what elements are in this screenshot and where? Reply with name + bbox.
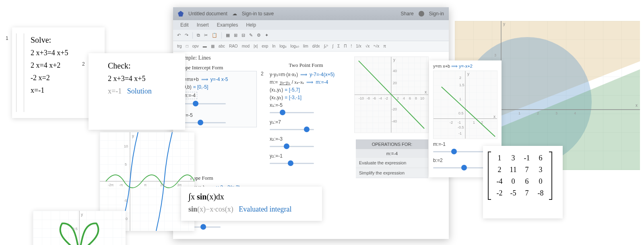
remove-icon[interactable]: ⊟ xyxy=(242,33,245,38)
matrix-cell: 2 xyxy=(495,166,504,174)
x-axis-label: x xyxy=(425,90,427,94)
tb-abs[interactable]: |x| xyxy=(254,44,258,48)
tb-nroot[interactable]: ⁿ√x xyxy=(374,44,379,48)
undo-icon[interactable]: ↶ xyxy=(177,33,181,38)
integral-result: sin(x)−x·cos(x) xyxy=(188,205,233,213)
integral-card: ∫x sin(x)dx sin(x)−x·cos(x) Evaluated in… xyxy=(181,187,322,221)
y-axis-label: y xyxy=(81,212,83,217)
matrix-cell: -1 xyxy=(522,154,531,162)
copy-icon[interactable]: ⧉ xyxy=(197,33,200,38)
check-card: 2 Check: 2 x+3=4 x+5 x=-1 Solution xyxy=(89,53,185,130)
tb-sqrt[interactable]: √x xyxy=(365,44,370,48)
b-slider[interactable] xyxy=(182,120,226,126)
tb-matrix[interactable]: ▦ xyxy=(211,44,215,48)
cut-icon[interactable]: ✂ xyxy=(204,33,208,38)
mxb-b-slider[interactable] xyxy=(433,165,489,171)
ops-simplify[interactable]: Simplify the expression xyxy=(356,168,428,178)
matrix-left-bracket xyxy=(488,152,491,200)
tp-y1: y₁:=7 xyxy=(270,119,281,125)
paste-icon[interactable]: 📋 xyxy=(212,33,217,38)
check-var: x=-1 xyxy=(108,87,122,95)
menu-insert[interactable]: Insert xyxy=(197,22,209,28)
tb-rao[interactable]: RAO xyxy=(229,44,238,48)
tb-prod[interactable]: Π xyxy=(344,44,347,48)
tp-p2: (x₂,y₂) xyxy=(270,95,283,100)
x1-slider[interactable] xyxy=(270,110,314,116)
tick: 2 xyxy=(459,76,461,80)
toolbar-math: trg □ opv ▬ ▦ abc RAO mod |x| exp ln log… xyxy=(173,41,449,52)
line-plot: x y 40 20 -20 -40 -10 -8 -6 -4 -2 2 4 6 … xyxy=(354,56,429,133)
matrix-cell: 3 xyxy=(509,154,518,162)
tp-eq: y-y₁=m·(x-x₁) xyxy=(270,72,298,77)
ops-evaluate[interactable]: Evaluate the expression xyxy=(356,158,428,168)
share-button[interactable]: Share xyxy=(401,11,414,17)
menu-help[interactable]: Help xyxy=(246,22,256,28)
tb-defint[interactable]: ∫ₐᵇ xyxy=(324,44,328,48)
badge-2: 2 xyxy=(261,71,264,77)
matrix-cell: 3 xyxy=(536,166,545,174)
matrix-cell: -8 xyxy=(536,189,545,197)
tp-p1: (x₁,y₁) xyxy=(270,87,283,93)
tp-m-result: m:=-4 xyxy=(316,79,328,85)
tb-fact[interactable]: ! xyxy=(351,44,352,48)
tb-exp[interactable]: exp xyxy=(262,44,268,48)
matrix-card: 1 3 -1 6 2 11 7 3 -4 0 6 0 -2 -5 7 -8 xyxy=(483,146,563,218)
two-point-form: 2 Two Point Form y-y₁=m·(x-x₁)⟹y-7=-4(x+… xyxy=(270,60,342,168)
check-eq: 2 x+3=4 x+5 xyxy=(108,75,178,83)
tb-bar[interactable]: ▬ xyxy=(203,44,207,48)
x2-slider[interactable] xyxy=(270,144,314,149)
mxb-m-slider[interactable] xyxy=(433,149,489,155)
tb-sum[interactable]: Σ xyxy=(337,44,340,48)
star-icon[interactable]: ✦ xyxy=(265,33,268,38)
solve-line-2: 2 x=4 x+2 xyxy=(31,61,97,70)
signin-save-link[interactable]: Sign-in to save xyxy=(242,11,274,17)
grid-icon[interactable]: ▦ xyxy=(226,33,230,38)
rose-plot: y x -1 -0.75 -0.5 -0.25 0.25 0.5 0.75 1 … xyxy=(33,211,126,245)
tb-trg[interactable]: trg xyxy=(177,44,182,48)
y1-slider[interactable] xyxy=(270,127,314,133)
solve-line-4: x=-1 xyxy=(31,86,97,95)
tb-ddx[interactable]: d/dx xyxy=(312,44,320,48)
edit-icon[interactable]: ✎ xyxy=(249,33,253,38)
tb-recip[interactable]: 1/x xyxy=(356,44,361,48)
tick: -20 xyxy=(392,107,397,111)
matrix-cell: 6 xyxy=(536,154,545,162)
solve-title: Solve: xyxy=(31,35,97,45)
matrix-cell: 7 xyxy=(522,189,531,197)
redo-icon[interactable]: ↷ xyxy=(185,33,188,38)
tick: π xyxy=(144,183,147,187)
tb-pi[interactable]: π xyxy=(383,44,386,48)
tb-mod[interactable]: mod xyxy=(242,44,250,48)
y2-slider[interactable] xyxy=(270,161,314,166)
tp-eq-result: y-7=-4(x+5) xyxy=(310,72,334,77)
tick: -8 xyxy=(367,96,370,100)
matrix-cell: -4 xyxy=(495,177,504,186)
menubar: Edit Insert Examples Help xyxy=(173,20,449,30)
tb-lim[interactable]: lim xyxy=(303,44,308,48)
tb-log2[interactable]: log₂ xyxy=(279,44,286,48)
tb-box[interactable]: □ xyxy=(186,44,188,48)
signin-button[interactable]: Sign-in xyxy=(429,11,444,17)
tb-ln[interactable]: ln xyxy=(272,44,275,48)
m-slider[interactable] xyxy=(182,101,226,107)
integral-expr: ∫x sin(x)dx xyxy=(188,191,315,202)
tick: -1 xyxy=(458,120,461,125)
tb-log10[interactable]: log₁₀ xyxy=(291,44,299,48)
tick: 8 xyxy=(415,96,417,100)
tick: -6 xyxy=(373,96,376,100)
tick: -2 xyxy=(385,96,388,100)
x-axis-label: x xyxy=(636,103,638,108)
tp-x1: x₁:=-5 xyxy=(270,102,283,108)
card-badge-2: 2 xyxy=(82,61,85,67)
implies-icon: ⟹ xyxy=(200,77,209,82)
settings-icon[interactable]: ⚙ xyxy=(257,33,261,38)
tick: -4 xyxy=(379,96,382,100)
matrix-body: 1 3 -1 6 2 11 7 3 -4 0 6 0 -2 -5 7 -8 xyxy=(491,152,549,200)
add-icon[interactable]: ⊞ xyxy=(234,33,237,38)
tb-opv[interactable]: opv xyxy=(192,44,199,48)
tb-int[interactable]: ∫ xyxy=(332,44,333,48)
menu-examples[interactable]: Examples xyxy=(217,22,238,28)
tb-abc[interactable]: abc xyxy=(219,44,225,48)
menu-edit[interactable]: Edit xyxy=(180,22,189,28)
tick: -5 xyxy=(124,199,127,203)
